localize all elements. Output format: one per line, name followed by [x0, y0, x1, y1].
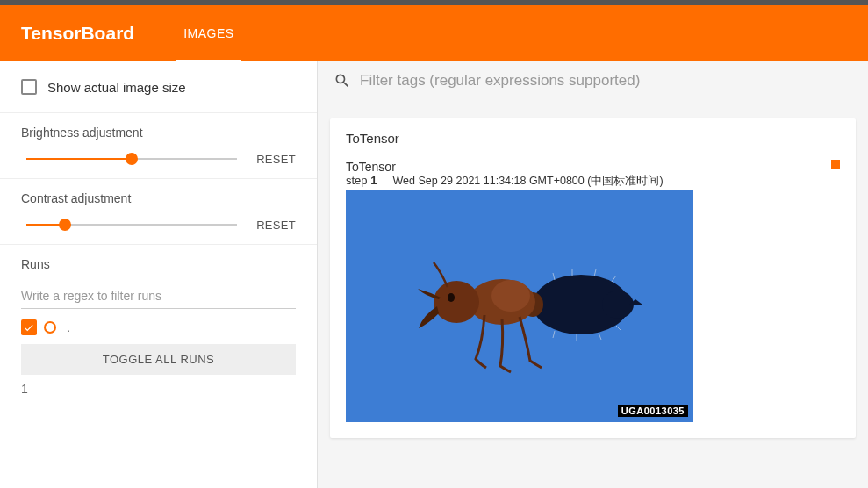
- image-watermark: UGA0013035: [618, 405, 688, 417]
- svg-line-10: [612, 276, 616, 282]
- brightness-reset-button[interactable]: RESET: [256, 153, 296, 166]
- runs-page: 1: [21, 382, 296, 396]
- section-contrast: Contrast adjustment RESET: [0, 179, 317, 245]
- svg-point-1: [602, 291, 634, 319]
- svg-line-13: [599, 333, 601, 340]
- svg-point-6: [448, 293, 455, 302]
- checkbox-checked-icon[interactable]: [21, 319, 37, 335]
- contrast-reset-button[interactable]: RESET: [256, 219, 296, 232]
- main: ToTensor ToTensor step 1 Wed Sep 29 2021…: [318, 61, 868, 488]
- contrast-label: Contrast adjustment: [21, 191, 296, 205]
- image-card: ToTensor ToTensor step 1 Wed Sep 29 2021…: [330, 118, 856, 438]
- svg-line-9: [594, 269, 596, 276]
- sidebar: Show actual image size Brightness adjust…: [0, 61, 318, 488]
- svg-line-7: [553, 273, 555, 280]
- tab-images[interactable]: IMAGES: [176, 5, 240, 62]
- svg-line-11: [553, 331, 555, 338]
- toggle-all-runs-button[interactable]: TOGGLE ALL RUNS: [21, 344, 296, 375]
- checkbox-icon[interactable]: [21, 79, 37, 95]
- section-actual-size: Show actual image size: [0, 61, 317, 113]
- image-timestamp: Wed Sep 29 2021 11:34:18 GMT+0800 (中国标准时…: [392, 174, 663, 189]
- run-row[interactable]: .: [21, 319, 296, 335]
- step-label: step: [346, 174, 368, 187]
- image-tag: ToTensor: [346, 160, 840, 174]
- svg-point-4: [491, 280, 530, 312]
- slider-thumb-icon[interactable]: [126, 153, 138, 165]
- brightness-label: Brightness adjustment: [21, 126, 296, 140]
- svg-point-5: [434, 281, 479, 323]
- ant-image-icon: [379, 227, 660, 385]
- runs-label: Runs: [21, 257, 296, 271]
- actual-size-label: Show actual image size: [47, 80, 186, 95]
- section-runs: Runs . TOGGLE ALL RUNS 1: [0, 245, 317, 405]
- card-title: ToTensor: [330, 118, 856, 154]
- svg-line-14: [616, 326, 621, 331]
- runs-filter-input[interactable]: [21, 283, 296, 309]
- actual-size-row[interactable]: Show actual image size: [21, 74, 296, 100]
- app-header: TensorBoard IMAGES: [0, 0, 868, 61]
- contrast-slider[interactable]: [21, 218, 242, 232]
- run-name: .: [67, 320, 70, 334]
- tag-filter-input[interactable]: [360, 72, 852, 90]
- brightness-slider[interactable]: [21, 152, 242, 166]
- layout: Show actual image size Brightness adjust…: [0, 61, 868, 488]
- radio-icon[interactable]: [44, 321, 56, 334]
- step-value: 1: [370, 174, 377, 187]
- close-icon[interactable]: [831, 160, 840, 169]
- search-bar: [318, 61, 868, 97]
- section-brightness: Brightness adjustment RESET: [0, 113, 317, 179]
- image-preview[interactable]: UGA0013035: [346, 190, 693, 422]
- search-icon: [334, 72, 351, 90]
- slider-thumb-icon[interactable]: [59, 219, 71, 231]
- logo: TensorBoard: [21, 23, 134, 44]
